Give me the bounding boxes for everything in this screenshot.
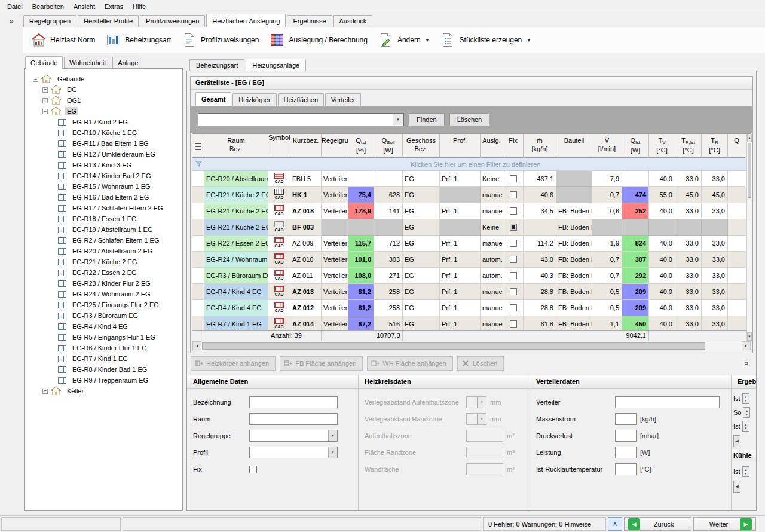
splitter-left-icon[interactable]: ◀ bbox=[733, 481, 740, 493]
scroll-right-icon[interactable]: ▶ bbox=[742, 341, 751, 350]
tree-node-room[interactable]: EG-R11 / Bad Eltern 1 EG bbox=[25, 138, 182, 149]
splitter-left-icon[interactable]: ◀ bbox=[733, 435, 740, 447]
left-tab-3[interactable]: Anlage bbox=[112, 57, 143, 68]
scroll-up-icon[interactable]: ▲ bbox=[747, 134, 752, 142]
cell-fix-checkbox[interactable] bbox=[503, 300, 524, 316]
tree-node-room[interactable]: EG-R5 / Eingangs Flur 1 EG bbox=[25, 332, 182, 343]
tree-node-room[interactable]: EG-R7 / Kind 1 EG bbox=[25, 353, 182, 364]
spinner-control[interactable]: ▲▼ bbox=[742, 421, 749, 432]
table-row[interactable]: EG-R21 / Küche 2 EG CAD AZ 018 Verteiler… bbox=[192, 203, 746, 219]
table-row[interactable]: EG-R24 / Wohnraum 2 CAD AZ 010 Verteiler… bbox=[192, 252, 746, 268]
cell-fix-checkbox[interactable] bbox=[503, 284, 524, 300]
column-header[interactable]: Raum Bez. bbox=[204, 134, 268, 158]
menu-item[interactable]: Datei bbox=[2, 1, 27, 12]
column-header[interactable]: Symbol bbox=[268, 134, 290, 158]
column-header[interactable]: ṁ [kg/h] bbox=[524, 134, 556, 158]
toolbar-button[interactable]: Ändern ▼ bbox=[375, 30, 437, 50]
tree-node-room[interactable]: EG-R12 / Umkleideraum EG bbox=[25, 149, 182, 160]
toolbar-button[interactable]: Stückliste erzeugen ▼ bbox=[437, 30, 538, 50]
tree-node-room[interactable]: EG-R25 / Eingangs Flur 2 EG bbox=[25, 299, 182, 310]
profil-select[interactable]: ▼ bbox=[249, 447, 338, 458]
cell-fix-checkbox[interactable] bbox=[503, 252, 524, 268]
tree-node-room[interactable]: EG-R21 / Küche 2 EG bbox=[25, 256, 182, 267]
cell-fix-checkbox[interactable] bbox=[503, 171, 524, 187]
horizontal-scrollbar[interactable]: ◀ ▶ bbox=[192, 341, 751, 350]
row-menu-header-cell[interactable] bbox=[192, 134, 204, 158]
cell-fix-checkbox[interactable] bbox=[503, 316, 524, 330]
cell-fix-checkbox[interactable] bbox=[503, 187, 524, 203]
tree-node-room[interactable]: EG-R15 / Wohnraum 1 EG bbox=[25, 181, 182, 192]
tree-expander-icon[interactable]: − bbox=[42, 109, 48, 114]
action-button[interactable]: WH Fläche anhängen bbox=[367, 356, 452, 371]
tree-node-floor[interactable]: + OG1 bbox=[25, 95, 182, 106]
column-header[interactable]: Q bbox=[728, 134, 745, 158]
cell-fix-checkbox[interactable] bbox=[503, 268, 524, 284]
ist-rücklauftemperatur-text[interactable] bbox=[615, 463, 637, 475]
tree-expander-icon[interactable]: + bbox=[42, 389, 48, 394]
toolbar-button[interactable]: Heizlast Norm bbox=[27, 30, 102, 50]
scrollbar-thumb[interactable] bbox=[748, 143, 751, 198]
table-row[interactable]: EG-R22 / Essen 2 EG CAD AZ 009 Verteiler… bbox=[192, 236, 746, 252]
tree-node-room[interactable]: EG-R3 / Büroraum EG bbox=[25, 310, 182, 321]
toolbar-button[interactable]: Beheizungsart bbox=[102, 30, 178, 50]
column-header[interactable]: Fix bbox=[503, 134, 524, 158]
device-search-combobox[interactable]: ▼ bbox=[198, 113, 404, 126]
tree-node-room[interactable]: EG-R24 / Wohnraum 2 EG bbox=[25, 289, 182, 299]
collapse-bottom-panel-button[interactable]: » bbox=[740, 359, 752, 368]
tree-node-room[interactable]: EG-R19 / Abstellraum 1 EG bbox=[25, 224, 182, 235]
tree-node-floor[interactable]: − EG bbox=[25, 106, 182, 117]
main-tab[interactable]: Profilzuweisungen bbox=[140, 15, 205, 27]
tree-node-room[interactable]: EG-R10 / Küche 1 EG bbox=[25, 127, 182, 138]
column-header[interactable]: TV [°C] bbox=[649, 134, 675, 158]
column-header[interactable]: V̇ [l/min] bbox=[592, 134, 622, 158]
heating-tab-1[interactable]: Beheizungsart bbox=[189, 59, 244, 71]
action-button[interactable]: Heizkörper anhängen bbox=[191, 356, 276, 371]
device-list-tab-3[interactable]: Heizflächen bbox=[278, 93, 324, 106]
column-header[interactable]: Geschoss Bez. bbox=[403, 134, 440, 158]
menu-item[interactable]: Hilfe bbox=[128, 1, 151, 12]
leistung-text[interactable] bbox=[615, 447, 637, 458]
table-row[interactable]: EG-R4 / Kind 4 EG CAD AZ 013 Verteiler 8… bbox=[192, 284, 746, 300]
column-header[interactable]: Kurzbez. bbox=[290, 134, 322, 158]
column-header[interactable]: Auslg. bbox=[481, 134, 503, 158]
toolbar-button[interactable]: Auslegung / Berechnung bbox=[266, 30, 374, 50]
tree-node-room[interactable]: EG-R16 / Bad Eltern 2 EG bbox=[25, 192, 182, 203]
filter-row[interactable]: Klicken Sie hier um einen Filter zu defi… bbox=[192, 158, 746, 171]
scrollbar-thumb[interactable] bbox=[202, 342, 705, 350]
tree-node-floor[interactable]: + DG bbox=[25, 84, 182, 95]
action-button[interactable]: Löschen bbox=[457, 356, 504, 371]
druckverlust-text[interactable] bbox=[615, 430, 637, 442]
tree-node-room[interactable]: EG-R9 / Treppenraum EG bbox=[25, 375, 182, 386]
spinner-control[interactable]: ▲▼ bbox=[742, 393, 749, 404]
verteiler-text[interactable] bbox=[615, 396, 720, 408]
left-tab-2[interactable]: Wohneinheit bbox=[64, 57, 111, 68]
tree-expander-icon[interactable]: − bbox=[33, 77, 38, 82]
column-header[interactable]: Prof. bbox=[440, 134, 481, 158]
main-tab[interactable]: Heizflächen-Auslegung bbox=[206, 14, 286, 27]
cell-fix-checkbox[interactable] bbox=[503, 236, 524, 252]
scroll-left-icon[interactable]: ◀ bbox=[192, 341, 201, 350]
menu-item[interactable]: Ansicht bbox=[69, 1, 100, 12]
action-button[interactable]: FB Fläche anhängen bbox=[280, 356, 363, 371]
device-list-tab-1[interactable]: Gesamt bbox=[195, 92, 231, 106]
tree-node-room[interactable]: EG-R23 / Kinder Flur 2 EG bbox=[25, 278, 182, 289]
menu-item[interactable]: Bearbeiten bbox=[27, 1, 69, 12]
tree-node-room[interactable]: EG-R4 / Kind 4 EG bbox=[25, 321, 182, 332]
regelgruppe-select[interactable]: ▼ bbox=[249, 430, 338, 442]
tree-node-room[interactable]: EG-R8 / Kinder Bad 1 EG bbox=[25, 364, 182, 375]
cell-fix-checkbox[interactable] bbox=[503, 219, 524, 236]
cell-fix-checkbox[interactable] bbox=[503, 203, 524, 219]
device-list-tab-2[interactable]: Heizkörper bbox=[232, 93, 276, 106]
main-tab[interactable]: Ausdruck bbox=[333, 15, 373, 27]
table-row[interactable]: EG-R20 / Abstellraum CAD FBH 5 Verteiler… bbox=[192, 171, 746, 187]
table-row[interactable]: EG-R7 / Kind 1 EG CAD AZ 014 Verteiler 8… bbox=[192, 316, 746, 330]
find-button[interactable]: Finden bbox=[409, 113, 445, 126]
tree-node-root[interactable]: − Gebäude bbox=[25, 74, 182, 84]
scroll-down-icon[interactable]: ▼ bbox=[747, 332, 752, 341]
table-row[interactable]: EG-R21 / Küche 2 EG CAD BF 003 EG Keine … bbox=[192, 219, 746, 236]
tree-node-room[interactable]: EG-R1 / Kind 2 EG bbox=[25, 117, 182, 127]
raum-text[interactable] bbox=[249, 413, 338, 425]
column-header[interactable]: Regelgru bbox=[322, 134, 348, 158]
tree-node-room[interactable]: EG-R6 / Kinder Flur 1 EG bbox=[25, 343, 182, 353]
main-tab[interactable]: Regelgruppen bbox=[23, 15, 76, 27]
